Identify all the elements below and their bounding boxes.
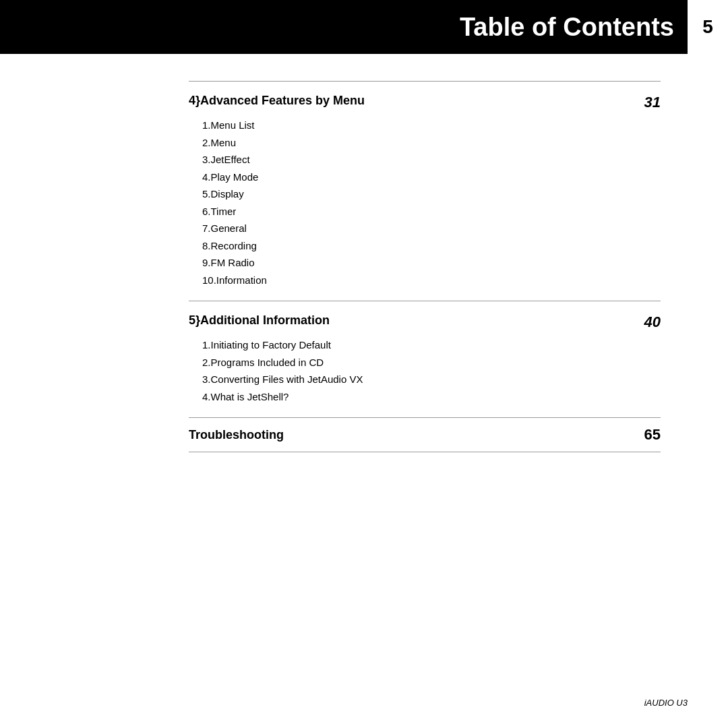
list-item: 1.Menu List: [202, 117, 661, 134]
troubleshooting-title: Troubleshooting: [189, 428, 284, 442]
section-4-page: 31: [634, 94, 661, 111]
section-4-sub-items: 1.Menu List 2.Menu 3.JetEffect 4.Play Mo…: [189, 117, 661, 289]
list-item: 3.Converting Files with JetAudio VX: [202, 371, 661, 388]
list-item: 7.General: [202, 220, 661, 237]
section-5-sub-items: 1.Initiating to Factory Default 2.Progra…: [189, 336, 661, 405]
troubleshooting-page: 65: [634, 426, 661, 444]
list-item: 2.Programs Included in CD: [202, 354, 661, 371]
header-title: Table of Contents: [460, 13, 688, 42]
section-5-page: 40: [634, 313, 661, 331]
list-item: 6.Timer: [202, 203, 661, 220]
troubleshooting-section: Troubleshooting 65: [189, 417, 661, 452]
section-5-additional-info: 5}Additional Information 40 1.Initiating…: [189, 301, 661, 417]
section-5-header-row: 5}Additional Information 40: [189, 313, 661, 331]
list-item: 4.Play Mode: [202, 169, 661, 186]
section-4-title: 4}Advanced Features by Menu: [189, 94, 365, 108]
header-title-area: Table of Contents 5: [460, 0, 728, 54]
list-item: 10.Information: [202, 272, 661, 289]
list-item: 1.Initiating to Factory Default: [202, 336, 661, 354]
list-item: 8.Recording: [202, 237, 661, 255]
section-5-title: 5}Additional Information: [189, 313, 330, 328]
list-item: 3.JetEffect: [202, 151, 661, 169]
header-page-number: 5: [688, 0, 728, 54]
footer: iAUDIO U3: [644, 698, 688, 708]
list-item: 9.FM Radio: [202, 254, 661, 272]
footer-text: iAUDIO U3: [644, 698, 688, 708]
list-item: 5.Display: [202, 185, 661, 203]
main-content: 4}Advanced Features by Menu 31 1.Menu Li…: [0, 54, 728, 479]
list-item: 2.Menu: [202, 134, 661, 152]
section-4-advanced-features: 4}Advanced Features by Menu 31 1.Menu Li…: [189, 81, 661, 301]
list-item: 4.What is JetShell?: [202, 388, 661, 406]
section-4-header-row: 4}Advanced Features by Menu 31: [189, 94, 661, 111]
page-header: Table of Contents 5: [0, 0, 728, 54]
